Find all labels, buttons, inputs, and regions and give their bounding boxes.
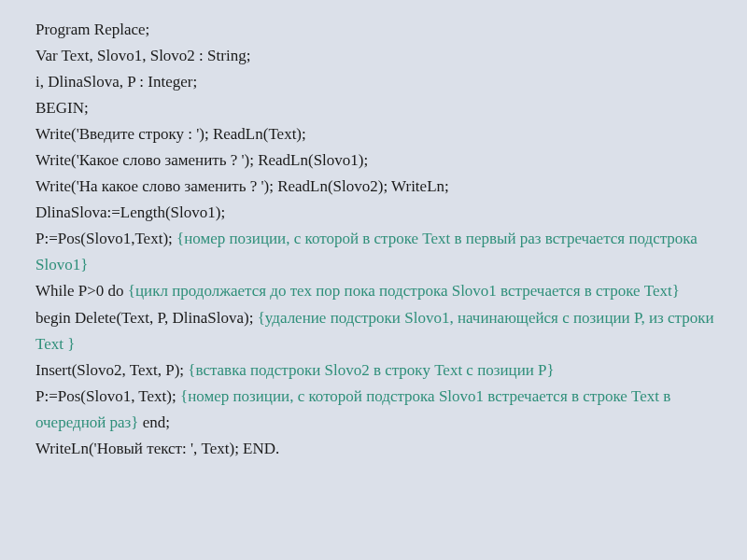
code-comment: {вставка подстроки Slovo2 в строку Text … [188,361,554,379]
code-line: Write('Введите строку : '); ReadLn(Text)… [35,121,719,147]
code-line: Var Text, Slovo1, Slovo2 : String; [35,43,719,69]
code-text: Write('Какое слово заменить ? '); ReadLn… [35,151,368,169]
code-text: P:=Pos(Slovo1,Text); [35,230,176,247]
code-line: Write('На какое слово заменить ? '); Rea… [35,174,719,200]
code-line: BEGIN; [35,95,719,121]
code-text: P:=Pos(Slovo1, Text); [35,387,180,405]
code-line: i, DlinaSlova, P : Integer; [35,69,719,95]
code-text: Write('На какое слово заменить ? '); Rea… [35,177,449,195]
code-line: Program Replace; [35,17,719,43]
code-line: Write('Какое слово заменить ? '); ReadLn… [35,147,719,174]
code-text: Var Text, Slovo1, Slovo2 : String; [35,47,250,64]
code-line: DlinaSlova:=Length(Slovo1); [35,200,719,226]
code-line: P:=Pos(Slovo1, Text); {номер позиции, с … [35,384,719,436]
code-text: Insert(Slovo2, Text, P); [35,361,188,379]
code-line: Insert(Slovo2, Text, P); {вставка подстр… [35,357,719,384]
code-text: Write('Введите строку : '); ReadLn(Text)… [35,125,306,143]
code-line: While P>0 do {цикл продолжается до тех п… [35,278,719,304]
code-text: begin Delete(Text, P, DlinaSlova); [35,309,258,327]
code-text: DlinaSlova:=Length(Slovo1); [35,203,225,221]
code-comment: {цикл продолжается до тех пор пока подст… [128,282,680,300]
code-text: WriteLn('Новый текст: ', Text); END. [35,440,279,457]
code-line: P:=Pos(Slovo1,Text); {номер позиции, с к… [35,226,719,278]
code-text: While P>0 do [35,282,128,300]
code-slide: Program Replace;Var Text, Slovo1, Slovo2… [0,0,747,479]
code-text: Program Replace; [35,21,149,38]
code-text: i, DlinaSlova, P : Integer; [35,73,197,91]
code-text: end; [139,413,171,431]
code-line: WriteLn('Новый текст: ', Text); END. [35,436,719,462]
code-line: begin Delete(Text, P, DlinaSlova); {удал… [35,305,719,357]
code-text: BEGIN; [35,99,89,117]
